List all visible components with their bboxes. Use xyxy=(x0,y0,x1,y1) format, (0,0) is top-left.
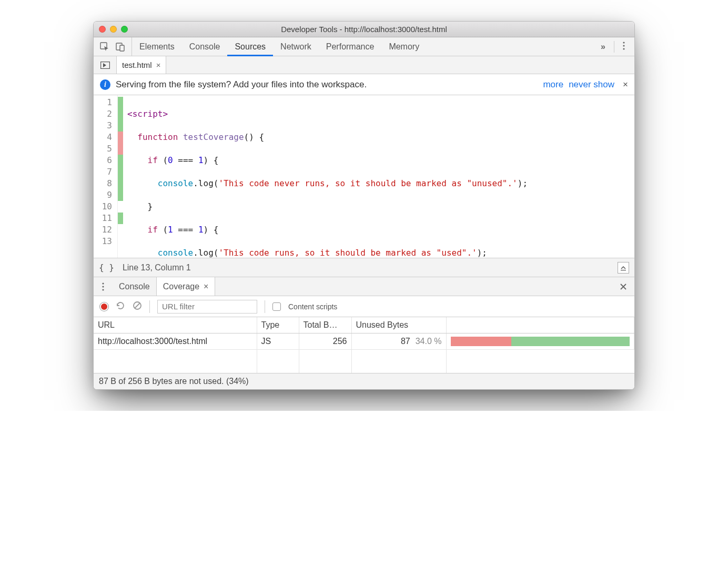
line-number: 9 xyxy=(94,189,114,201)
line-number: 12 xyxy=(94,224,114,236)
coverage-bar xyxy=(451,337,630,346)
line-number: 1 xyxy=(94,97,114,108)
table-spacer xyxy=(94,350,634,373)
code-token: if xyxy=(148,225,158,235)
zoom-window-button[interactable] xyxy=(121,26,128,33)
tab-performance[interactable]: Performance xyxy=(319,37,382,56)
code-token: === xyxy=(173,225,198,235)
cell-total-bytes: 256 xyxy=(299,333,351,350)
code-token: } xyxy=(148,201,153,211)
line-number: 11 xyxy=(94,213,114,224)
drawer-menu-button[interactable] xyxy=(94,277,113,296)
close-drawer-button[interactable] xyxy=(612,277,634,296)
close-coverage-tab-button[interactable]: × xyxy=(204,282,208,291)
toggle-drawer-button[interactable] xyxy=(618,262,629,274)
info-more-link[interactable]: more xyxy=(543,79,563,90)
line-number: 8 xyxy=(94,178,114,189)
source-editor[interactable]: 1 2 3 4 5 6 7 8 9 10 11 12 13 xyxy=(94,95,634,258)
cell-bar xyxy=(446,333,634,350)
code-token: function xyxy=(137,132,178,142)
coverage-marker-used xyxy=(118,213,123,224)
code-token: <script> xyxy=(127,109,168,119)
line-number: 2 xyxy=(94,108,114,120)
code-token: 1 xyxy=(168,225,173,235)
code-token: ); xyxy=(518,178,528,188)
drawer-tab-console[interactable]: Console xyxy=(113,277,156,296)
info-message: Serving from the file system? Add your f… xyxy=(116,79,367,90)
svg-rect-2 xyxy=(120,45,124,51)
coverage-marker-used xyxy=(118,166,123,178)
drawer-tab-coverage[interactable]: Coverage × xyxy=(156,277,216,296)
col-unused-bytes[interactable]: Unused Bytes xyxy=(351,317,446,333)
coverage-marker-used xyxy=(118,97,123,108)
col-total-bytes[interactable]: Total B… xyxy=(299,317,351,333)
settings-menu-button[interactable] xyxy=(618,41,630,53)
editor-status-bar: { } Line 13, Column 1 xyxy=(94,258,634,277)
svg-rect-7 xyxy=(621,270,626,270)
devtools-window: Developer Tools - http://localhost:3000/… xyxy=(93,21,635,390)
col-type[interactable]: Type xyxy=(257,317,299,333)
show-navigator-button[interactable] xyxy=(94,56,117,74)
info-close-button[interactable]: × xyxy=(623,79,628,90)
coverage-marker-none xyxy=(118,236,123,247)
cell-type: JS xyxy=(257,333,299,350)
main-tab-strip: Elements Console Sources Network Perform… xyxy=(94,37,634,56)
unused-bytes-value: 87 xyxy=(401,337,410,346)
code-token: 'This code runs, so it should be marked … xyxy=(218,248,477,258)
code-token: console xyxy=(158,178,193,188)
file-tab-label: test.html xyxy=(122,60,152,69)
svg-point-4 xyxy=(623,45,624,46)
code-token: 1 xyxy=(198,225,204,235)
col-url[interactable]: URL xyxy=(94,317,257,333)
code-token: testCoverage xyxy=(183,132,244,142)
code-token: () { xyxy=(244,132,265,142)
tab-memory[interactable]: Memory xyxy=(381,37,427,56)
svg-point-10 xyxy=(102,289,104,290)
info-never-show-link[interactable]: never show xyxy=(569,79,614,90)
coverage-bar-used xyxy=(511,337,630,346)
coverage-row[interactable]: http://localhost:3000/test.html JS 256 8… xyxy=(94,333,634,350)
inspect-element-icon[interactable] xyxy=(100,42,109,52)
line-number: 6 xyxy=(94,155,114,166)
tab-elements[interactable]: Elements xyxy=(132,37,182,56)
toolbar-left-group xyxy=(94,37,132,56)
line-number: 13 xyxy=(94,236,114,247)
tab-sources[interactable]: Sources xyxy=(227,37,273,56)
line-number-gutter: 1 2 3 4 5 6 7 8 9 10 11 12 13 xyxy=(94,95,118,258)
coverage-marker-used xyxy=(118,120,123,132)
minimize-window-button[interactable] xyxy=(110,26,117,33)
url-filter-input[interactable] xyxy=(157,300,257,314)
code-token: 1 xyxy=(198,155,204,165)
clear-coverage-button[interactable] xyxy=(133,301,142,312)
coverage-summary-text: 87 B of 256 B bytes are not used. (34%) xyxy=(99,377,249,386)
cell-unused-bytes: 87 34.0 % xyxy=(351,333,446,350)
coverage-bar-unused xyxy=(451,337,512,346)
tab-console[interactable]: Console xyxy=(182,37,228,56)
pretty-print-button[interactable]: { } xyxy=(99,262,114,272)
code-token: ); xyxy=(477,248,487,258)
content-scripts-label: Content scripts xyxy=(288,302,337,311)
line-number: 7 xyxy=(94,166,114,178)
coverage-marker-used xyxy=(118,189,123,201)
device-toolbar-icon[interactable] xyxy=(116,42,125,52)
info-icon: i xyxy=(100,79,110,90)
toolbar-right-group: » xyxy=(595,37,634,56)
record-coverage-button[interactable] xyxy=(100,302,108,311)
close-window-button[interactable] xyxy=(99,26,106,33)
svg-point-9 xyxy=(102,286,104,287)
reload-button[interactable] xyxy=(116,301,125,312)
table-header-row: URL Type Total B… Unused Bytes xyxy=(94,317,634,333)
coverage-toolbar: Content scripts xyxy=(94,296,634,317)
close-file-tab-button[interactable]: × xyxy=(156,60,161,69)
content-scripts-checkbox[interactable] xyxy=(272,302,281,311)
coverage-marker-used xyxy=(118,155,123,166)
code-token: .log( xyxy=(193,178,218,188)
coverage-marker-used xyxy=(118,108,123,120)
code-area[interactable]: <script> function testCoverage() { if (0… xyxy=(123,95,634,258)
cell-url: http://localhost:3000/test.html xyxy=(94,333,257,350)
file-tab-test-html[interactable]: test.html × xyxy=(117,56,166,74)
workspace-info-bar: i Serving from the file system? Add your… xyxy=(94,74,634,95)
col-visualization xyxy=(446,317,634,333)
more-tabs-button[interactable]: » xyxy=(595,42,611,52)
tab-network[interactable]: Network xyxy=(273,37,319,56)
